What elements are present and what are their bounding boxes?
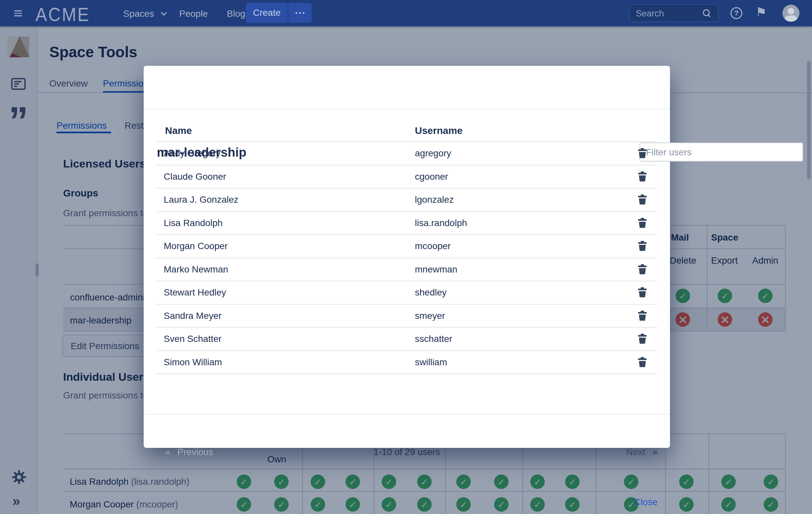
trash-icon[interactable] [638, 310, 647, 321]
filter-users-input[interactable] [645, 145, 798, 160]
user-row-username: mnewman [415, 264, 457, 275]
avatar[interactable] [782, 5, 800, 22]
row-divider [156, 211, 658, 212]
hamburger-menu-icon[interactable] [14, 10, 22, 17]
search-input[interactable] [635, 6, 699, 21]
nav-people[interactable]: People [179, 8, 208, 19]
trash-icon[interactable] [638, 218, 647, 228]
user-row-name: Stewart Hedley [164, 287, 226, 298]
row-divider [156, 258, 658, 258]
column-name: Name [165, 125, 192, 137]
create-more-button[interactable] [288, 3, 312, 23]
trash-icon[interactable] [638, 194, 647, 205]
group-members-dialog: mar-leadership Name Username Andy Gregor… [144, 66, 670, 448]
close-button[interactable]: Close [634, 497, 658, 507]
user-row-name: Andy Gregory [164, 148, 221, 159]
user-row-username: cgooner [415, 171, 448, 182]
create-split-button: Create [246, 3, 312, 23]
search-box [629, 4, 719, 22]
trash-icon[interactable] [638, 334, 647, 344]
row-divider [156, 234, 658, 235]
nav-spaces[interactable]: Spaces [123, 8, 154, 19]
help-icon[interactable]: ? [730, 7, 742, 19]
trash-icon[interactable] [638, 148, 647, 158]
row-divider [156, 188, 658, 189]
flag-icon[interactable]: ⚑ [755, 6, 766, 19]
column-username: Username [415, 125, 463, 137]
row-divider [156, 281, 658, 281]
create-button[interactable]: Create [246, 3, 288, 23]
row-divider [156, 165, 658, 165]
next-label: Next [626, 447, 645, 457]
user-row-name: Marko Newman [164, 264, 228, 275]
user-row-name: Simon William [164, 357, 222, 368]
user-row-username: swilliam [415, 357, 447, 368]
filter-users-box [639, 142, 803, 162]
user-row-name: Claude Gooner [164, 171, 226, 182]
user-row-username: smeyer [415, 310, 445, 321]
dialog-header-divider [144, 109, 670, 109]
search-icon[interactable] [703, 9, 711, 17]
trash-icon[interactable] [638, 241, 647, 251]
row-divider [156, 304, 658, 305]
row-divider [156, 327, 658, 328]
row-divider [156, 374, 658, 374]
pagination-next[interactable]: Next » [626, 447, 658, 457]
user-row-username: sschatter [415, 334, 452, 344]
dialog-footer-divider [144, 414, 670, 415]
user-row-name: Sven Schatter [164, 334, 222, 344]
confluence-space-tools-screen: ” » Space Tools Overview Permissions [0, 0, 812, 514]
trash-icon[interactable] [638, 171, 647, 182]
user-row-username: agregory [415, 148, 452, 159]
user-row-name: Sandra Meyer [164, 310, 222, 321]
user-row-name: Morgan Cooper [164, 241, 228, 251]
row-divider [156, 350, 658, 351]
table-header-line [156, 141, 658, 142]
user-row-username: mcooper [415, 241, 451, 251]
chevron-down-icon [161, 9, 167, 16]
user-row-username: shedley [415, 287, 447, 298]
trash-icon[interactable] [638, 264, 647, 274]
trash-icon[interactable] [638, 287, 647, 297]
user-row-name: Lisa Randolph [164, 218, 223, 228]
double-chevron-right-icon: » [652, 447, 658, 457]
trash-icon[interactable] [638, 357, 647, 367]
app-navbar: ACME Spaces People Blogs Create ? ⚑ [0, 0, 812, 26]
user-row-username: lgonzalez [415, 194, 454, 205]
pagination-range: 1-10 of 29 users [144, 447, 670, 457]
brand-logo[interactable]: ACME [35, 4, 90, 26]
user-row-name: Laura J. Gonzalez [164, 194, 238, 205]
user-row-username: lisa.randolph [415, 218, 467, 228]
